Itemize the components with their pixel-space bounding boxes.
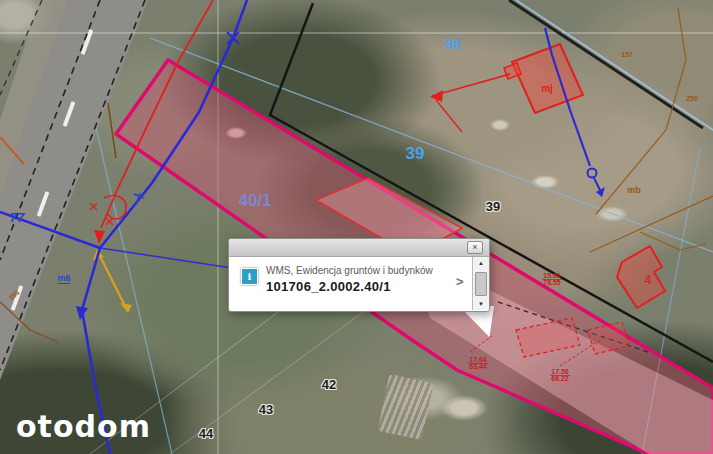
building-label-4: 4 [645, 274, 652, 286]
parcel-label-42: 42 [322, 378, 336, 391]
parcel-label-39: 39 [406, 145, 425, 162]
utility-label: mb [627, 186, 641, 195]
scrollbar-thumb[interactable] [475, 272, 487, 296]
measurement-bottom: 66.22 [551, 375, 569, 382]
popup-titlebar[interactable]: × [229, 239, 489, 257]
parcel-label-77: 77 [10, 211, 24, 224]
chevron-right-icon[interactable]: > [456, 274, 470, 289]
parcel-label-44: 44 [199, 427, 213, 440]
parcel-label-38: 38 [444, 36, 461, 51]
measurement-label: 15.66 78.55 [542, 272, 562, 286]
scroll-down-icon[interactable]: ▼ [478, 300, 484, 308]
map-viewport[interactable]: 38 39 40/1 77 m6 39 42 43 44 mj 4 17.64 … [0, 0, 713, 454]
measurement-bottom: 78.55 [543, 279, 561, 286]
utility-label: 157 [621, 51, 633, 58]
measurement-label: 17.56 66.22 [550, 368, 570, 382]
measurement-bottom: 63.44 [469, 363, 487, 370]
parcel-label-39-dark: 39 [486, 200, 500, 213]
parcel-feature-id: 101706_2.0002.40/1 [266, 279, 456, 294]
cadastral-lines-layer [0, 0, 713, 454]
otodom-watermark: otodom [16, 409, 151, 444]
building-label-mj: mj [541, 84, 553, 94]
parcel-label-43: 43 [259, 403, 273, 416]
popup-scrollbar[interactable]: ▲ ▼ [472, 257, 489, 310]
wms-source-label: WMS, Ewidencja gruntów i budynków [266, 265, 456, 276]
scroll-up-icon[interactable]: ▲ [478, 259, 484, 267]
utility-label-m6: m6 [57, 274, 70, 284]
measurement-label: 17.64 63.44 [468, 356, 488, 370]
close-icon[interactable]: × [467, 241, 483, 254]
info-icon: i [241, 268, 258, 285]
utility-label: 250 [686, 95, 698, 102]
wms-info-popup: × i WMS, Ewidencja gruntów i budynków 10… [228, 238, 490, 312]
parcel-label-40-1: 40/1 [238, 192, 271, 209]
